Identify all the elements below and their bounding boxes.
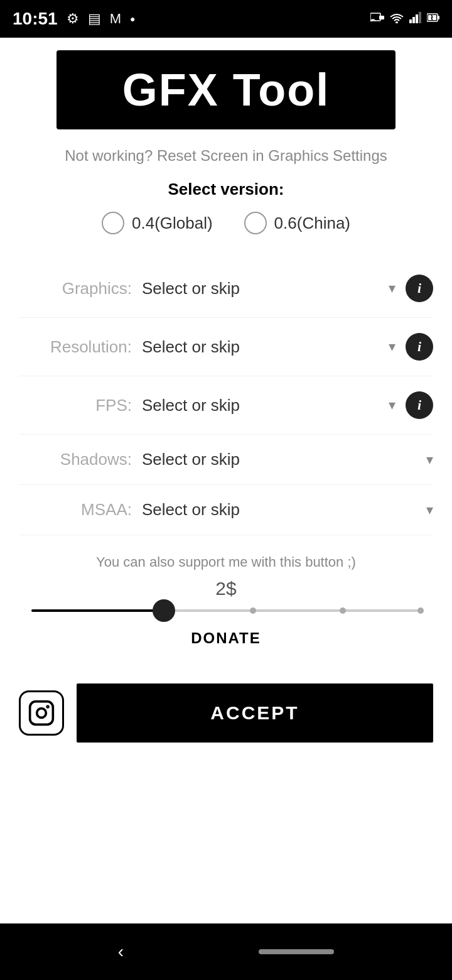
graphics-dropdown[interactable]: Select or skip ▾ [142,279,396,298]
fps-label: FPS: [19,396,132,415]
donate-amount: 2$ [215,578,236,599]
graphics-label: Graphics: [19,279,132,298]
radio-global[interactable] [102,212,124,234]
resolution-label: Resolution: [19,337,132,357]
settings-section: Graphics: Select or skip ▾ i Resolution:… [19,259,433,535]
svg-rect-5 [412,17,415,23]
bottom-section: ACCEPT [19,677,433,743]
select-version-label: Select version: [168,180,284,199]
support-text: You can also support me with this button… [96,554,356,570]
svg-point-15 [37,709,46,718]
version-global-label: 0.4(Global) [132,214,213,233]
gmail-icon: M [110,11,121,27]
msaa-dropdown[interactable]: Select or skip ▾ [142,500,433,520]
subtitle: Not working? Reset Screen in Graphics Se… [65,147,387,165]
instagram-icon[interactable] [19,690,64,736]
msaa-arrow-icon: ▾ [426,502,433,518]
svg-rect-4 [409,19,412,23]
version-option-global[interactable]: 0.4(Global) [102,212,213,234]
app-title-banner: GFX Tool [56,50,396,129]
graphics-row: Graphics: Select or skip ▾ i [19,259,433,318]
svg-point-16 [47,706,48,707]
resolution-arrow-icon: ▾ [389,339,396,355]
shadows-value: Select or skip [142,450,240,469]
graphics-value: Select or skip [142,279,240,298]
svg-rect-7 [419,12,421,23]
svg-rect-9 [438,16,439,19]
resolution-info-icon[interactable]: i [406,333,433,361]
cast-icon [370,12,384,26]
resolution-value: Select or skip [142,337,240,357]
resolution-row: Resolution: Select or skip ▾ i [19,318,433,376]
graphics-arrow-icon: ▾ [389,280,396,297]
shadows-label: Shadows: [19,450,132,469]
msaa-label: MSAA: [19,500,132,520]
message-icon: ▤ [88,11,101,27]
fps-info-icon[interactable]: i [406,391,433,419]
msaa-row: MSAA: Select or skip ▾ [19,485,433,535]
slider-thumb[interactable] [153,599,175,622]
status-time: 10:51 [13,9,58,29]
battery-icon [427,12,439,26]
fps-dropdown[interactable]: Select or skip ▾ [142,396,396,415]
settings-icon: ⚙ [67,11,79,27]
app-title: GFX Tool [82,64,370,116]
svg-rect-14 [30,702,53,725]
signal-icon [409,12,422,26]
status-bar-right [370,12,439,26]
version-option-china[interactable]: 0.6(China) [244,212,350,234]
slider-tick-2 [340,607,346,614]
main-content: GFX Tool Not working? Reset Screen in Gr… [0,38,452,923]
slider-tick-1 [250,607,256,614]
fps-row: FPS: Select or skip ▾ i [19,376,433,435]
version-options: 0.4(Global) 0.6(China) [102,212,350,234]
svg-rect-6 [416,14,418,23]
slider-track [31,609,421,612]
graphics-info-icon[interactable]: i [406,275,433,302]
wifi-icon [389,12,404,26]
slider-fill [31,609,164,612]
status-bar: 10:51 ⚙ ▤ M ● [0,0,452,38]
svg-rect-2 [379,16,384,19]
nav-back-button[interactable]: ‹ [118,942,124,962]
fps-value: Select or skip [142,396,240,415]
nav-bar: ‹ [0,923,452,980]
shadows-dropdown[interactable]: Select or skip ▾ [142,450,433,469]
slider-tick-3 [417,607,424,614]
donate-slider[interactable] [19,609,433,612]
accept-button[interactable]: ACCEPT [77,683,433,743]
version-china-label: 0.6(China) [274,214,350,233]
fps-arrow-icon: ▾ [389,397,396,413]
shadows-row: Shadows: Select or skip ▾ [19,435,433,485]
resolution-dropdown[interactable]: Select or skip ▾ [142,337,396,357]
donate-button[interactable]: DONATE [178,624,274,652]
msaa-value: Select or skip [142,500,240,520]
svg-point-3 [396,21,398,23]
shadows-arrow-icon: ▾ [426,452,433,468]
support-section: You can also support me with this button… [19,554,433,665]
nav-home-pill[interactable] [259,949,334,954]
dot-icon: ● [130,14,135,24]
status-bar-left: 10:51 ⚙ ▤ M ● [13,9,135,29]
radio-china[interactable] [244,212,267,234]
